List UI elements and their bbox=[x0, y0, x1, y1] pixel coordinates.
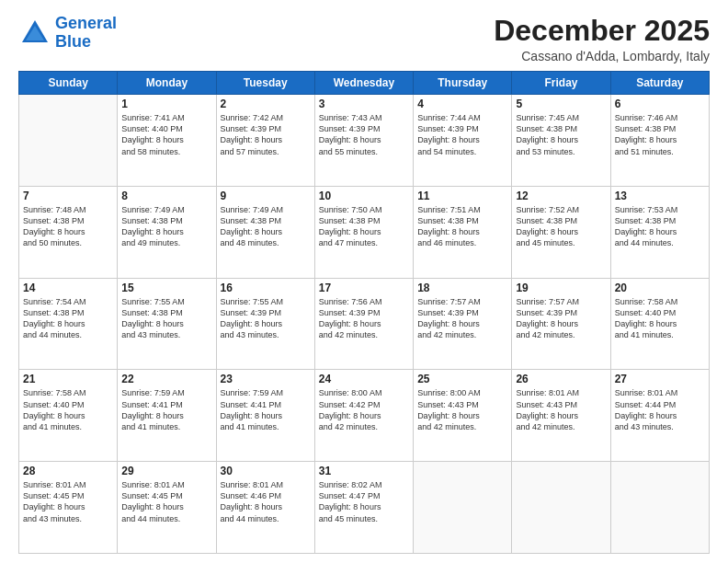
day-info: Sunrise: 7:59 AM Sunset: 4:41 PM Dayligh… bbox=[221, 387, 311, 432]
day-number: 11 bbox=[417, 190, 507, 202]
day-cell: 29Sunrise: 8:01 AM Sunset: 4:45 PM Dayli… bbox=[118, 462, 216, 554]
day-cell: 31Sunrise: 8:02 AM Sunset: 4:47 PM Dayli… bbox=[314, 462, 413, 554]
calendar-body: 1Sunrise: 7:41 AM Sunset: 4:40 PM Daylig… bbox=[19, 95, 710, 554]
day-info: Sunrise: 8:01 AM Sunset: 4:45 PM Dayligh… bbox=[23, 479, 113, 524]
day-info: Sunrise: 7:58 AM Sunset: 4:40 PM Dayligh… bbox=[23, 387, 113, 432]
day-info: Sunrise: 7:54 AM Sunset: 4:38 PM Dayligh… bbox=[23, 296, 113, 341]
day-info: Sunrise: 7:51 AM Sunset: 4:38 PM Dayligh… bbox=[417, 204, 507, 249]
day-number: 13 bbox=[615, 190, 705, 202]
day-info: Sunrise: 7:44 AM Sunset: 4:39 PM Dayligh… bbox=[417, 112, 507, 157]
day-number: 3 bbox=[319, 98, 409, 110]
title-block: December 2025 Cassano d'Adda, Lombardy, … bbox=[494, 15, 710, 63]
day-info: Sunrise: 7:48 AM Sunset: 4:38 PM Dayligh… bbox=[23, 204, 113, 249]
day-cell: 12Sunrise: 7:52 AM Sunset: 4:38 PM Dayli… bbox=[512, 186, 610, 278]
day-number: 4 bbox=[417, 98, 507, 110]
logo-line1: General bbox=[55, 14, 117, 32]
weekday-header-row: SundayMondayTuesdayWednesdayThursdayFrid… bbox=[19, 72, 710, 95]
day-number: 29 bbox=[121, 465, 211, 477]
day-number: 22 bbox=[121, 373, 211, 385]
day-cell: 10Sunrise: 7:50 AM Sunset: 4:38 PM Dayli… bbox=[314, 186, 413, 278]
day-cell: 3Sunrise: 7:43 AM Sunset: 4:39 PM Daylig… bbox=[314, 95, 413, 187]
day-number: 28 bbox=[23, 465, 113, 477]
week-row-5: 28Sunrise: 8:01 AM Sunset: 4:45 PM Dayli… bbox=[19, 462, 710, 554]
day-cell: 17Sunrise: 7:56 AM Sunset: 4:39 PM Dayli… bbox=[314, 278, 413, 370]
day-number: 26 bbox=[516, 373, 606, 385]
day-info: Sunrise: 7:52 AM Sunset: 4:38 PM Dayligh… bbox=[516, 204, 606, 249]
calendar-table: SundayMondayTuesdayWednesdayThursdayFrid… bbox=[18, 71, 710, 554]
day-number: 5 bbox=[516, 98, 606, 110]
logo: General Blue bbox=[18, 15, 117, 52]
day-info: Sunrise: 8:01 AM Sunset: 4:46 PM Dayligh… bbox=[221, 479, 311, 524]
day-info: Sunrise: 7:46 AM Sunset: 4:38 PM Dayligh… bbox=[615, 112, 705, 157]
week-row-2: 7Sunrise: 7:48 AM Sunset: 4:38 PM Daylig… bbox=[19, 186, 710, 278]
day-info: Sunrise: 8:00 AM Sunset: 4:42 PM Dayligh… bbox=[319, 387, 409, 432]
day-info: Sunrise: 7:41 AM Sunset: 4:40 PM Dayligh… bbox=[121, 112, 211, 157]
day-cell: 5Sunrise: 7:45 AM Sunset: 4:38 PM Daylig… bbox=[512, 95, 610, 187]
day-info: Sunrise: 7:49 AM Sunset: 4:38 PM Dayligh… bbox=[221, 204, 311, 249]
day-cell: 15Sunrise: 7:55 AM Sunset: 4:38 PM Dayli… bbox=[118, 278, 216, 370]
day-number: 12 bbox=[516, 190, 606, 202]
weekday-sunday: Sunday bbox=[19, 72, 118, 95]
day-cell: 1Sunrise: 7:41 AM Sunset: 4:40 PM Daylig… bbox=[118, 95, 216, 187]
day-cell: 6Sunrise: 7:46 AM Sunset: 4:38 PM Daylig… bbox=[610, 95, 709, 187]
day-info: Sunrise: 8:01 AM Sunset: 4:45 PM Dayligh… bbox=[121, 479, 211, 524]
day-info: Sunrise: 7:58 AM Sunset: 4:40 PM Dayligh… bbox=[615, 296, 705, 341]
day-cell: 7Sunrise: 7:48 AM Sunset: 4:38 PM Daylig… bbox=[19, 186, 118, 278]
day-cell bbox=[19, 95, 118, 187]
logo-text: General Blue bbox=[55, 15, 117, 52]
day-info: Sunrise: 8:00 AM Sunset: 4:43 PM Dayligh… bbox=[417, 387, 507, 432]
day-cell: 19Sunrise: 7:57 AM Sunset: 4:39 PM Dayli… bbox=[512, 278, 610, 370]
day-cell: 4Sunrise: 7:44 AM Sunset: 4:39 PM Daylig… bbox=[414, 95, 512, 187]
day-cell: 28Sunrise: 8:01 AM Sunset: 4:45 PM Dayli… bbox=[19, 462, 118, 554]
logo-line2: Blue bbox=[55, 32, 91, 51]
day-info: Sunrise: 7:56 AM Sunset: 4:39 PM Dayligh… bbox=[319, 296, 409, 341]
day-info: Sunrise: 7:59 AM Sunset: 4:41 PM Dayligh… bbox=[121, 387, 211, 432]
day-cell: 22Sunrise: 7:59 AM Sunset: 4:41 PM Dayli… bbox=[118, 370, 216, 462]
day-info: Sunrise: 7:43 AM Sunset: 4:39 PM Dayligh… bbox=[319, 112, 409, 157]
weekday-tuesday: Tuesday bbox=[216, 72, 314, 95]
day-number: 1 bbox=[121, 98, 211, 110]
day-number: 18 bbox=[417, 282, 507, 294]
day-info: Sunrise: 7:57 AM Sunset: 4:39 PM Dayligh… bbox=[516, 296, 606, 341]
day-number: 7 bbox=[23, 190, 113, 202]
day-cell: 27Sunrise: 8:01 AM Sunset: 4:44 PM Dayli… bbox=[610, 370, 709, 462]
day-number: 8 bbox=[121, 190, 211, 202]
day-cell bbox=[414, 462, 512, 554]
day-info: Sunrise: 7:45 AM Sunset: 4:38 PM Dayligh… bbox=[516, 112, 606, 157]
day-cell: 9Sunrise: 7:49 AM Sunset: 4:38 PM Daylig… bbox=[216, 186, 314, 278]
day-info: Sunrise: 7:49 AM Sunset: 4:38 PM Dayligh… bbox=[121, 204, 211, 249]
day-number: 30 bbox=[221, 465, 311, 477]
week-row-1: 1Sunrise: 7:41 AM Sunset: 4:40 PM Daylig… bbox=[19, 95, 710, 187]
day-number: 19 bbox=[516, 282, 606, 294]
logo-icon bbox=[18, 17, 51, 50]
day-cell: 23Sunrise: 7:59 AM Sunset: 4:41 PM Dayli… bbox=[216, 370, 314, 462]
day-cell: 21Sunrise: 7:58 AM Sunset: 4:40 PM Dayli… bbox=[19, 370, 118, 462]
day-cell: 8Sunrise: 7:49 AM Sunset: 4:38 PM Daylig… bbox=[118, 186, 216, 278]
day-cell: 26Sunrise: 8:01 AM Sunset: 4:43 PM Dayli… bbox=[512, 370, 610, 462]
day-info: Sunrise: 8:01 AM Sunset: 4:44 PM Dayligh… bbox=[615, 387, 705, 432]
day-cell: 25Sunrise: 8:00 AM Sunset: 4:43 PM Dayli… bbox=[414, 370, 512, 462]
day-cell: 11Sunrise: 7:51 AM Sunset: 4:38 PM Dayli… bbox=[414, 186, 512, 278]
weekday-friday: Friday bbox=[512, 72, 610, 95]
day-info: Sunrise: 7:53 AM Sunset: 4:38 PM Dayligh… bbox=[615, 204, 705, 249]
day-number: 27 bbox=[615, 373, 705, 385]
day-number: 23 bbox=[221, 373, 311, 385]
weekday-wednesday: Wednesday bbox=[314, 72, 413, 95]
week-row-3: 14Sunrise: 7:54 AM Sunset: 4:38 PM Dayli… bbox=[19, 278, 710, 370]
day-info: Sunrise: 7:50 AM Sunset: 4:38 PM Dayligh… bbox=[319, 204, 409, 249]
weekday-saturday: Saturday bbox=[610, 72, 709, 95]
day-info: Sunrise: 8:02 AM Sunset: 4:47 PM Dayligh… bbox=[319, 479, 409, 524]
day-cell bbox=[610, 462, 709, 554]
day-number: 20 bbox=[615, 282, 705, 294]
page: General Blue December 2025 Cassano d'Add… bbox=[0, 0, 728, 563]
week-row-4: 21Sunrise: 7:58 AM Sunset: 4:40 PM Dayli… bbox=[19, 370, 710, 462]
day-cell: 30Sunrise: 8:01 AM Sunset: 4:46 PM Dayli… bbox=[216, 462, 314, 554]
day-cell: 14Sunrise: 7:54 AM Sunset: 4:38 PM Dayli… bbox=[19, 278, 118, 370]
day-number: 10 bbox=[319, 190, 409, 202]
day-number: 9 bbox=[221, 190, 311, 202]
weekday-thursday: Thursday bbox=[414, 72, 512, 95]
day-number: 31 bbox=[319, 465, 409, 477]
location: Cassano d'Adda, Lombardy, Italy bbox=[494, 49, 710, 63]
day-cell: 24Sunrise: 8:00 AM Sunset: 4:42 PM Dayli… bbox=[314, 370, 413, 462]
day-info: Sunrise: 8:01 AM Sunset: 4:43 PM Dayligh… bbox=[516, 387, 606, 432]
